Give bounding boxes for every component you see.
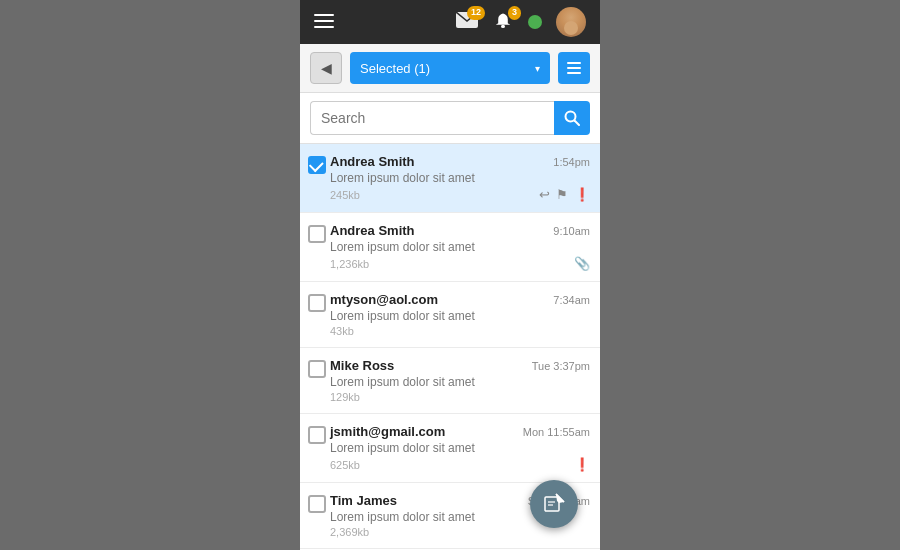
- warning-icon: ❗: [574, 457, 590, 472]
- email-actions: 📎: [574, 256, 590, 271]
- flag-icon: ⚑: [556, 187, 568, 202]
- mail-icon-wrap[interactable]: 12: [456, 12, 478, 32]
- reply-icon: ↩: [539, 187, 550, 202]
- email-checkbox[interactable]: [308, 495, 326, 513]
- warning-icon: ❗: [574, 187, 590, 202]
- checkbox-wrap: [308, 225, 330, 243]
- search-bar: [300, 93, 600, 144]
- svg-rect-0: [314, 14, 334, 16]
- email-checkbox[interactable]: [308, 156, 326, 174]
- email-time: Mon 11:55am: [523, 426, 590, 438]
- search-button[interactable]: [554, 101, 590, 135]
- email-preview: Lorem ipsum dolor sit amet: [330, 441, 590, 455]
- top-nav: 12 3: [300, 0, 600, 44]
- svg-point-4: [501, 25, 505, 28]
- checkbox-wrap: [308, 156, 330, 174]
- selected-button[interactable]: Selected (1) ▾: [350, 52, 550, 84]
- email-item[interactable]: Andrea Smith1:54pmLorem ipsum dolor sit …: [300, 144, 600, 213]
- email-header: Andrea Smith9:10am: [330, 223, 590, 238]
- email-size: 43kb: [330, 325, 354, 337]
- nav-icons: 12 3: [456, 7, 586, 37]
- email-sender: Andrea Smith: [330, 154, 415, 169]
- email-checkbox[interactable]: [308, 294, 326, 312]
- bell-icon-wrap[interactable]: 3: [492, 12, 514, 32]
- selected-label: Selected (1): [360, 61, 430, 76]
- email-size: 2,369kb: [330, 526, 369, 538]
- svg-rect-2: [314, 26, 334, 28]
- menu-button[interactable]: [558, 52, 590, 84]
- search-input[interactable]: [310, 101, 554, 135]
- caret-icon: ▾: [535, 63, 540, 74]
- search-icon: [564, 110, 580, 126]
- menu-lines-icon: [567, 62, 581, 74]
- email-header: Andrea Smith1:54pm: [330, 154, 590, 169]
- main-panel: ◀ Selected (1) ▾ Andrea Smith1:54pmLorem…: [300, 44, 600, 550]
- hamburger-icon[interactable]: [314, 12, 334, 33]
- svg-line-6: [575, 121, 580, 126]
- email-meta: 1,236kb📎: [330, 256, 590, 271]
- email-time: 1:54pm: [553, 156, 590, 168]
- back-icon: ◀: [321, 60, 332, 76]
- email-actions: ❗: [574, 457, 590, 472]
- status-dot: [528, 15, 542, 29]
- compose-icon: [543, 493, 565, 515]
- email-preview: Lorem ipsum dolor sit amet: [330, 171, 590, 185]
- email-content: mtyson@aol.com7:34amLorem ipsum dolor si…: [330, 292, 590, 337]
- email-size: 625kb: [330, 459, 360, 471]
- mail-badge: 12: [467, 6, 485, 20]
- email-header: jsmith@gmail.comMon 11:55am: [330, 424, 590, 439]
- email-sender: jsmith@gmail.com: [330, 424, 445, 439]
- email-checkbox[interactable]: [308, 426, 326, 444]
- back-button[interactable]: ◀: [310, 52, 342, 84]
- email-preview: Lorem ipsum dolor sit amet: [330, 240, 590, 254]
- email-content: Andrea Smith9:10amLorem ipsum dolor sit …: [330, 223, 590, 271]
- email-header: mtyson@aol.com7:34am: [330, 292, 590, 307]
- email-header: Mike RossTue 3:37pm: [330, 358, 590, 373]
- email-sender: mtyson@aol.com: [330, 292, 438, 307]
- email-checkbox[interactable]: [308, 360, 326, 378]
- email-actions: ↩⚑❗: [539, 187, 590, 202]
- bell-badge: 3: [508, 6, 521, 20]
- email-item[interactable]: jsmith@gmail.comMon 11:55amLorem ipsum d…: [300, 414, 600, 483]
- email-meta: 129kb: [330, 391, 590, 403]
- email-preview: Lorem ipsum dolor sit amet: [330, 375, 590, 389]
- email-sender: Tim James: [330, 493, 397, 508]
- email-time: 9:10am: [553, 225, 590, 237]
- checkbox-wrap: [308, 360, 330, 378]
- email-preview: Lorem ipsum dolor sit amet: [330, 309, 590, 323]
- svg-rect-1: [314, 20, 334, 22]
- attachment-icon: 📎: [574, 256, 590, 271]
- email-time: 7:34am: [553, 294, 590, 306]
- checkbox-wrap: [308, 426, 330, 444]
- email-sender: Andrea Smith: [330, 223, 415, 238]
- email-content: Andrea Smith1:54pmLorem ipsum dolor sit …: [330, 154, 590, 202]
- checkbox-wrap: [308, 495, 330, 513]
- avatar[interactable]: [556, 7, 586, 37]
- toolbar: ◀ Selected (1) ▾: [300, 44, 600, 93]
- compose-fab[interactable]: [530, 480, 578, 528]
- email-content: jsmith@gmail.comMon 11:55amLorem ipsum d…: [330, 424, 590, 472]
- email-content: Mike RossTue 3:37pmLorem ipsum dolor sit…: [330, 358, 590, 403]
- email-size: 1,236kb: [330, 258, 369, 270]
- email-size: 245kb: [330, 189, 360, 201]
- email-item[interactable]: mtyson@aol.com7:34amLorem ipsum dolor si…: [300, 282, 600, 348]
- email-item[interactable]: Mike RossTue 3:37pmLorem ipsum dolor sit…: [300, 348, 600, 414]
- email-meta: 625kb❗: [330, 457, 590, 472]
- checkbox-wrap: [308, 294, 330, 312]
- email-sender: Mike Ross: [330, 358, 394, 373]
- email-checkbox[interactable]: [308, 225, 326, 243]
- email-meta: 43kb: [330, 325, 590, 337]
- email-time: Tue 3:37pm: [532, 360, 590, 372]
- email-size: 129kb: [330, 391, 360, 403]
- email-meta: 245kb↩⚑❗: [330, 187, 590, 202]
- email-item[interactable]: Andrea Smith9:10amLorem ipsum dolor sit …: [300, 213, 600, 282]
